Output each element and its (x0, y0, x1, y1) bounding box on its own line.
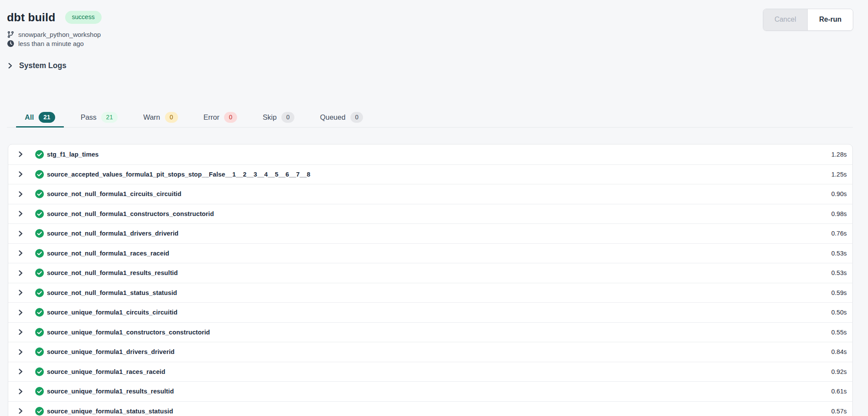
run-time-ago: less than a minute ago (18, 40, 84, 47)
expand-chevron-icon[interactable] (13, 364, 28, 380)
tab-label: All (25, 113, 34, 121)
success-check-icon (35, 308, 44, 317)
status-tabs: All 21 Pass 21 Warn 0 Error 0 Skip 0 Que… (7, 108, 853, 128)
git-branch-icon (7, 31, 14, 38)
status-badge: success (65, 11, 102, 23)
result-row: source_not_null_formula1_circuits_circui… (8, 184, 852, 204)
chevron-right-icon (7, 62, 13, 69)
success-check-icon (35, 288, 44, 297)
tab-queued[interactable]: Queued 0 (311, 108, 372, 128)
expand-chevron-icon[interactable] (13, 147, 28, 162)
clock-icon (7, 40, 14, 47)
tab-count-badge: 21 (39, 112, 55, 123)
expand-chevron-icon[interactable] (13, 167, 28, 182)
expand-chevron-icon[interactable] (13, 344, 28, 360)
expand-chevron-icon[interactable] (13, 206, 28, 222)
expand-chevron-icon[interactable] (13, 265, 28, 281)
result-row: source_unique_formula1_races_raceid 0.92… (8, 362, 852, 382)
expand-chevron-icon[interactable] (13, 403, 28, 416)
tab-pass[interactable]: Pass 21 (72, 108, 126, 128)
success-check-icon (35, 190, 44, 198)
tab-skip[interactable]: Skip 0 (254, 108, 303, 128)
result-duration: 1.25s (832, 171, 847, 178)
result-duration: 0.61s (832, 388, 847, 395)
system-logs-toggle[interactable]: System Logs (7, 60, 868, 71)
tab-label: Queued (320, 113, 346, 121)
result-name: source_not_null_formula1_drivers_driveri… (47, 230, 178, 237)
result-duration: 0.98s (832, 210, 847, 217)
result-duration: 0.55s (832, 329, 847, 336)
result-name: stg_f1_lap_times (47, 151, 99, 158)
expand-chevron-icon[interactable] (13, 285, 28, 301)
system-logs-label: System Logs (19, 61, 66, 70)
success-check-icon (35, 328, 44, 337)
tab-count-badge: 0 (165, 112, 178, 123)
result-name: source_unique_formula1_status_statusid (47, 408, 173, 415)
tab-warn[interactable]: Warn 0 (135, 108, 187, 128)
tab-count-badge: 0 (350, 112, 363, 123)
result-name: source_not_null_formula1_status_statusid (47, 289, 177, 296)
success-check-icon (35, 229, 44, 238)
result-name: source_not_null_formula1_results_resulti… (47, 269, 178, 276)
result-duration: 0.53s (832, 250, 847, 257)
result-name: source_not_null_formula1_circuits_circui… (47, 190, 182, 197)
cancel-button[interactable]: Cancel (763, 9, 808, 30)
success-check-icon (35, 210, 44, 218)
result-row: source_not_null_formula1_constructors_co… (8, 204, 852, 224)
success-check-icon (35, 367, 44, 376)
result-row: source_unique_formula1_circuits_circuiti… (8, 302, 852, 322)
result-row: source_unique_formula1_drivers_driverid … (8, 342, 852, 362)
expand-chevron-icon[interactable] (13, 246, 28, 261)
success-check-icon (35, 407, 44, 416)
expand-chevron-icon[interactable] (13, 186, 28, 202)
result-name: source_unique_formula1_races_raceid (47, 368, 165, 375)
results-list: stg_f1_lap_times 1.28s source_accepted_v… (8, 144, 853, 416)
result-name: source_unique_formula1_constructors_cons… (47, 329, 210, 336)
tab-label: Error (204, 113, 220, 121)
result-duration: 0.59s (832, 289, 847, 296)
result-row: source_accepted_values_formula1_pit_stop… (8, 164, 852, 184)
tab-label: Warn (143, 113, 160, 121)
result-row: source_not_null_formula1_results_resulti… (8, 263, 852, 283)
result-duration: 0.76s (832, 230, 847, 237)
rerun-button[interactable]: Re-run (807, 9, 853, 30)
tab-label: Skip (263, 113, 277, 121)
result-duration: 0.84s (832, 348, 847, 355)
success-check-icon (35, 269, 44, 277)
result-row: source_not_null_formula1_races_raceid 0.… (8, 243, 852, 263)
tab-count-badge: 21 (101, 112, 118, 123)
result-duration: 0.57s (832, 408, 847, 415)
expand-chevron-icon[interactable] (13, 383, 28, 399)
expand-chevron-icon[interactable] (13, 305, 28, 320)
result-row: source_unique_formula1_status_statusid 0… (8, 401, 852, 416)
result-name: source_not_null_formula1_races_raceid (47, 250, 169, 257)
result-row: source_unique_formula1_constructors_cons… (8, 322, 852, 342)
success-check-icon (35, 170, 44, 179)
success-check-icon (35, 387, 44, 396)
result-row: source_not_null_formula1_status_statusid… (8, 283, 852, 303)
run-actions: Cancel Re-run (763, 9, 853, 31)
status-tabs-bar: All 21 Pass 21 Warn 0 Error 0 Skip 0 Que… (7, 108, 853, 128)
run-header: dbt build success Cancel Re-run snowpark… (0, 0, 868, 48)
expand-chevron-icon[interactable] (13, 324, 28, 340)
expand-chevron-icon[interactable] (13, 226, 28, 241)
tab-label: Pass (81, 113, 97, 121)
tab-count-badge: 0 (281, 112, 294, 123)
result-duration: 0.53s (832, 269, 847, 276)
result-name: source_accepted_values_formula1_pit_stop… (47, 171, 310, 178)
page-title: dbt build (7, 11, 56, 24)
success-check-icon (35, 347, 44, 356)
result-row: stg_f1_lap_times 1.28s (8, 144, 852, 164)
branch-name: snowpark_python_workshop (18, 31, 101, 38)
result-duration: 0.50s (832, 309, 847, 316)
result-duration: 0.92s (832, 368, 847, 375)
result-duration: 1.28s (832, 151, 847, 158)
tab-all[interactable]: All 21 (16, 108, 64, 128)
result-row: source_not_null_formula1_drivers_driveri… (8, 223, 852, 243)
result-name: source_unique_formula1_results_resultid (47, 388, 174, 395)
result-name: source_not_null_formula1_constructors_co… (47, 210, 214, 217)
success-check-icon (35, 150, 44, 159)
tab-error[interactable]: Error 0 (195, 108, 246, 128)
tab-count-badge: 0 (224, 112, 237, 123)
result-name: source_unique_formula1_circuits_circuiti… (47, 309, 178, 316)
